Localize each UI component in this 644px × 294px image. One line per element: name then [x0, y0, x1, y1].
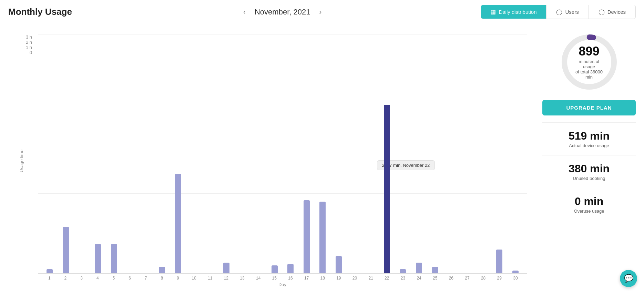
bar-col [42, 34, 58, 273]
x-label: 25 [427, 276, 443, 281]
x-label: 9 [170, 276, 186, 281]
bar-col [154, 34, 170, 273]
x-label: 10 [186, 276, 202, 281]
stat-actual-device: 519 min Actual device usage [542, 130, 636, 148]
bar-col [379, 34, 395, 273]
x-label: 26 [443, 276, 459, 281]
bar-col [491, 34, 508, 273]
bar-col [443, 34, 459, 273]
donut-chart: 899 minutes of usage of total 36000 min [558, 31, 620, 93]
x-label: 2 [58, 276, 74, 281]
x-label: 17 [298, 276, 315, 281]
x-axis-title: Day [38, 282, 527, 287]
x-label: 11 [202, 276, 218, 281]
y-axis-title: Usage time [19, 150, 24, 172]
bar[interactable] [400, 269, 406, 273]
bar[interactable] [432, 267, 438, 273]
bar[interactable] [416, 263, 422, 273]
bar-col [122, 34, 138, 273]
chart-icon: ▦ [491, 9, 496, 15]
stat-overuse-value: 0 min [542, 195, 636, 208]
chart-area: Usage time 3 h 2 h 1 h 0 2 h 7 min, Nove… [0, 24, 534, 294]
bars-area: 2 h 7 min, November 22 [38, 34, 527, 274]
bar-col [363, 34, 379, 273]
bar[interactable] [272, 265, 278, 273]
view-tabs: ▦ Daily distribution ◯ Users ◯ Devices [481, 5, 636, 19]
x-label: 1 [41, 276, 58, 281]
main-content: Usage time 3 h 2 h 1 h 0 2 h 7 min, Nove… [0, 24, 644, 294]
upgrade-plan-button[interactable]: UPGRADE PLAN [542, 100, 636, 115]
x-label: 24 [411, 276, 427, 281]
divider-1 [542, 122, 636, 123]
stat-unused-booking-value: 380 min [542, 162, 636, 175]
bar-col [411, 34, 427, 273]
stat-actual-device-label: Actual device usage [542, 143, 636, 148]
bar-col [395, 34, 411, 273]
donut-number: 899 [574, 44, 605, 58]
tab-users[interactable]: ◯ Users [546, 5, 589, 19]
x-label: 21 [363, 276, 379, 281]
bar[interactable] [384, 105, 390, 273]
bar-col [90, 34, 106, 273]
bar[interactable] [319, 202, 326, 273]
bar[interactable] [336, 256, 342, 273]
bar-col [186, 34, 202, 273]
bar[interactable] [111, 244, 117, 273]
x-label: 28 [475, 276, 491, 281]
bar[interactable] [496, 250, 502, 273]
y-label-0: 0 [30, 50, 32, 55]
bar-col [138, 34, 154, 273]
x-label: 12 [218, 276, 234, 281]
x-label: 13 [234, 276, 251, 281]
bar-col [218, 34, 235, 273]
bar-col [266, 34, 283, 273]
x-label: 3 [73, 276, 90, 281]
prev-month-button[interactable]: ‹ [241, 7, 248, 17]
bar[interactable] [95, 244, 101, 273]
bar-col [202, 34, 218, 273]
x-label: 23 [395, 276, 411, 281]
bar-col [106, 34, 122, 273]
bar[interactable] [47, 269, 53, 273]
right-panel: 899 minutes of usage of total 36000 min … [534, 24, 644, 294]
bar[interactable] [159, 267, 165, 273]
next-month-button[interactable]: › [316, 7, 324, 17]
x-label: 29 [491, 276, 508, 281]
bar-col [170, 34, 186, 273]
bars-wrapper: 2 h 7 min, November 22 12345678910111213… [38, 34, 527, 287]
y-label-2h: 2 h [26, 40, 32, 45]
divider-3 [542, 188, 636, 188]
bars-row [38, 34, 527, 273]
donut-sub1: minutes of usage [574, 59, 605, 69]
chat-button[interactable]: 💬 [620, 270, 637, 287]
month-navigation: ‹ November, 2021 › [84, 7, 481, 17]
chat-icon: 💬 [624, 274, 633, 283]
bar-col [234, 34, 251, 273]
bar-col [283, 34, 299, 273]
x-label: 7 [138, 276, 154, 281]
bar[interactable] [63, 227, 69, 273]
stat-overuse: 0 min Overuse usage [542, 195, 636, 214]
bar-col [347, 34, 363, 273]
x-label: 22 [379, 276, 395, 281]
x-label: 15 [266, 276, 283, 281]
tab-daily-distribution[interactable]: ▦ Daily distribution [481, 5, 546, 19]
divider-2 [542, 155, 636, 155]
donut-center: 899 minutes of usage of total 36000 min [574, 44, 605, 80]
y-label-3h: 3 h [26, 34, 32, 40]
bar-col [74, 34, 90, 273]
bar[interactable] [287, 264, 294, 273]
current-month: November, 2021 [255, 8, 310, 17]
bar-col [507, 34, 523, 273]
bar-col [331, 34, 347, 273]
x-label: 27 [459, 276, 476, 281]
bar[interactable] [304, 200, 310, 273]
stat-overuse-label: Overuse usage [542, 209, 636, 214]
bar-col [475, 34, 491, 273]
bar[interactable] [175, 174, 181, 273]
bar[interactable] [512, 271, 519, 273]
x-label: 16 [283, 276, 299, 281]
bar-col [315, 34, 331, 273]
bar[interactable] [223, 263, 229, 273]
tab-devices[interactable]: ◯ Devices [589, 5, 635, 19]
